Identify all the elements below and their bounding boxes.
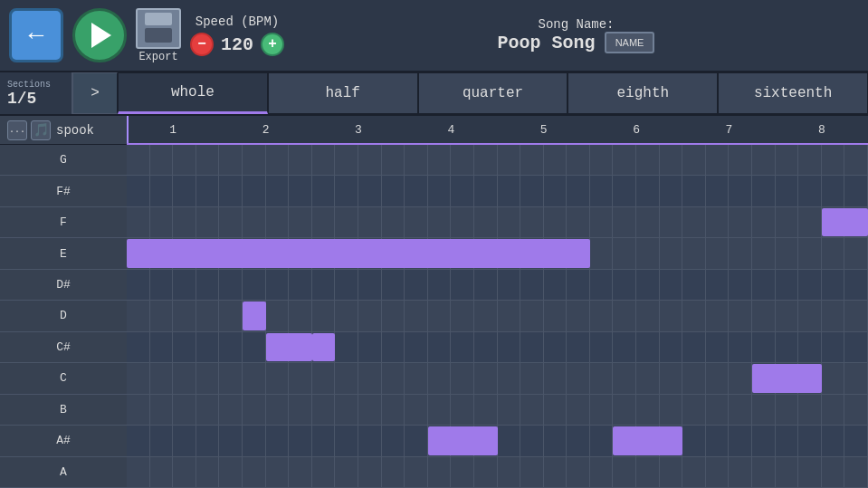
note-cell[interactable] [358, 207, 382, 237]
note-cell[interactable] [544, 207, 568, 237]
note-cell[interactable] [266, 301, 290, 330]
note-cell[interactable] [822, 145, 845, 175]
note-cell[interactable] [219, 145, 243, 175]
note-cell[interactable] [729, 301, 752, 330]
note-type-sixteenth-button[interactable]: sixteenth [718, 72, 868, 114]
note-cell[interactable] [706, 176, 730, 206]
note-cell[interactable] [729, 176, 752, 206]
note-cell[interactable] [729, 207, 752, 237]
note-cell[interactable] [173, 207, 196, 237]
note-cell[interactable] [243, 270, 266, 300]
note-cell[interactable] [474, 457, 498, 487]
note-cell[interactable] [428, 270, 452, 300]
note-block[interactable] [428, 426, 498, 455]
note-cell[interactable] [682, 457, 706, 487]
note-cell[interactable] [544, 395, 568, 425]
note-cell[interactable] [196, 145, 220, 175]
note-cell[interactable] [150, 332, 174, 362]
note-cell[interactable] [590, 332, 614, 362]
note-cell[interactable] [196, 363, 220, 393]
note-cell[interactable] [173, 145, 196, 175]
note-cell[interactable] [474, 145, 498, 175]
note-cell[interactable] [682, 363, 706, 393]
note-cell[interactable] [358, 395, 382, 425]
note-cell[interactable] [312, 457, 336, 487]
note-cell[interactable] [776, 426, 799, 455]
note-cell[interactable] [382, 363, 405, 393]
note-cell[interactable] [382, 301, 405, 330]
note-type-eighth-button[interactable]: eighth [568, 72, 718, 114]
note-cell[interactable] [798, 176, 822, 206]
grid-row-E[interactable] [127, 238, 868, 269]
note-cell[interactable] [822, 270, 845, 300]
note-cell[interactable] [729, 238, 752, 268]
note-cell[interactable] [451, 176, 474, 206]
note-cell[interactable] [660, 457, 683, 487]
note-cell[interactable] [729, 363, 752, 393]
note-cell[interactable] [613, 176, 636, 206]
note-cell[interactable] [219, 176, 243, 206]
note-cell[interactable] [289, 270, 312, 300]
note-cell[interactable] [335, 363, 358, 393]
note-cell[interactable] [382, 207, 405, 237]
note-cell[interactable] [451, 145, 474, 175]
note-cell[interactable] [289, 457, 312, 487]
note-cell[interactable] [544, 363, 568, 393]
note-cell[interactable] [312, 301, 336, 330]
note-cell[interactable] [312, 145, 336, 175]
note-cell[interactable] [660, 332, 683, 362]
note-cell[interactable] [844, 363, 868, 393]
note-cell[interactable] [682, 270, 706, 300]
note-cell[interactable] [312, 207, 336, 237]
note-cell[interactable] [520, 457, 544, 487]
note-cell[interactable] [544, 145, 568, 175]
note-cell[interactable] [358, 301, 382, 330]
note-cell[interactable] [776, 301, 799, 330]
note-cell[interactable] [520, 270, 544, 300]
note-cell[interactable] [382, 332, 405, 362]
note-cell[interactable] [127, 332, 150, 362]
note-cell[interactable] [798, 301, 822, 330]
note-cell[interactable] [729, 145, 752, 175]
note-cell[interactable] [844, 426, 868, 455]
note-cell[interactable] [173, 457, 196, 487]
note-cell[interactable] [405, 332, 428, 362]
note-cell[interactable] [844, 270, 868, 300]
note-cell[interactable] [567, 363, 590, 393]
note-cell[interactable] [127, 145, 150, 175]
note-cell[interactable] [752, 238, 776, 268]
note-cell[interactable] [844, 176, 868, 206]
note-cell[interactable] [335, 270, 358, 300]
note-cell[interactable] [706, 426, 730, 455]
note-cell[interactable] [243, 363, 266, 393]
note-cell[interactable] [682, 176, 706, 206]
note-cell[interactable] [358, 332, 382, 362]
note-cell[interactable] [451, 395, 474, 425]
note-cell[interactable] [405, 426, 428, 455]
note-cell[interactable] [520, 301, 544, 330]
note-cell[interactable] [196, 457, 220, 487]
note-cell[interactable] [567, 270, 590, 300]
note-cell[interactable] [706, 145, 730, 175]
note-cell[interactable] [451, 457, 474, 487]
note-cell[interactable] [196, 426, 220, 455]
note-cell[interactable] [590, 270, 614, 300]
note-cell[interactable] [196, 270, 220, 300]
note-cell[interactable] [682, 207, 706, 237]
note-cell[interactable] [660, 176, 683, 206]
note-cell[interactable] [335, 145, 358, 175]
note-cell[interactable] [567, 301, 590, 330]
note-cell[interactable] [706, 301, 730, 330]
note-cell[interactable] [451, 207, 474, 237]
export-button[interactable]: Export [136, 8, 181, 63]
note-cell[interactable] [636, 457, 660, 487]
note-cell[interactable] [150, 363, 174, 393]
note-cell[interactable] [682, 145, 706, 175]
note-cell[interactable] [289, 363, 312, 393]
note-cell[interactable] [196, 332, 220, 362]
note-cell[interactable] [660, 363, 683, 393]
note-cell[interactable] [382, 176, 405, 206]
note-cell[interactable] [173, 395, 196, 425]
note-cell[interactable] [567, 332, 590, 362]
note-cell[interactable] [682, 395, 706, 425]
